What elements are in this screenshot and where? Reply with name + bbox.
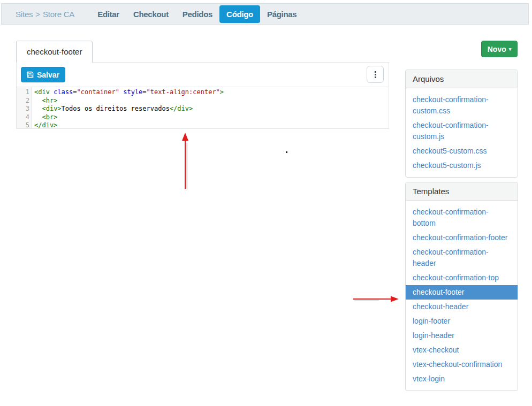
kebab-vertical-icon [375,71,376,78]
stray-dot [286,151,287,153]
nav-item-pedidos[interactable]: Pedidos [176,5,219,23]
template-link-vtex-login[interactable]: vtex-login [406,372,518,386]
new-button-label: Novo [488,45,506,53]
code-line[interactable]: <hr> [34,97,224,105]
vtex-cms-code-page: { "navbar": { "breadcrumb": { "sites": "… [0,0,532,406]
line-number: 3 [17,105,29,113]
file-link-checkout5-custom.css[interactable]: checkout5-custom.css [406,144,518,158]
editor-toolbar: Salvar [16,62,389,87]
templates-panel-title: Templates [406,182,518,201]
files-list: checkout-confirmation-custom.csscheckout… [406,88,518,177]
annotation-arrow-up-icon [179,132,192,194]
nav-item-editar[interactable]: Editar [90,5,126,23]
template-link-login-footer[interactable]: login-footer [406,314,518,328]
breadcrumb-store-link[interactable]: Store CA [43,10,74,19]
file-link-checkout-confirmation-custom.js[interactable]: checkout-confirmation-custom.js [406,118,518,144]
template-link-vtex-checkout-confirmation[interactable]: vtex-checkout-confirmation [406,357,518,372]
templates-list: checkout-confirmation-bottomcheckout-con… [406,201,518,390]
line-number: 4 [17,113,29,122]
file-link-checkout5-custom.js[interactable]: checkout5-custom.js [406,158,518,173]
code-line[interactable]: <div class="container" style="text-align… [34,88,224,97]
files-panel-title: Arquivos [406,70,518,88]
code-line[interactable]: </div> [34,121,224,128]
template-link-checkout-confirmation-top[interactable]: checkout-confirmation-top [406,271,518,285]
template-link-checkout-footer[interactable]: checkout-footer [406,285,518,300]
template-link-checkout-confirmation-header[interactable]: checkout-confirmation-header [406,245,518,271]
line-number: 1 [17,88,29,97]
line-number: 2 [17,97,29,105]
top-navbar: Sites>Store CA EditarCheckoutPedidosCódi… [1,3,529,25]
annotation-arrow-right-icon [352,294,399,307]
nav-item-checkout[interactable]: Checkout [126,5,176,23]
templates-panel: Templates checkout-confirmation-bottomch… [405,182,518,391]
nav-item-paginas[interactable]: Páginas [260,5,303,23]
code-editor[interactable]: 12345 <div class="container" style="text… [16,87,389,129]
breadcrumb-sites-link[interactable]: Sites [16,10,33,19]
template-link-checkout-header[interactable]: checkout-header [406,300,518,314]
editor-options-button[interactable] [367,66,384,83]
breadcrumb: Sites>Store CA [16,10,74,19]
code-editor-content[interactable]: <div class="container" style="text-align… [32,87,224,128]
save-button[interactable]: Salvar [21,67,65,82]
files-panel: Arquivos checkout-confirmation-custom.cs… [405,70,518,178]
navbar-items: EditarCheckoutPedidosCódigoPáginas [90,5,303,23]
file-link-checkout-confirmation-custom.css[interactable]: checkout-confirmation-custom.css [406,93,518,118]
nav-item-codigo[interactable]: Código [219,5,260,23]
template-link-vtex-checkout[interactable]: vtex-checkout [406,343,518,357]
template-link-checkout-confirmation-bottom[interactable]: checkout-confirmation-bottom [406,205,518,231]
template-link-login-header[interactable]: login-header [406,328,518,343]
breadcrumb-separator: > [35,10,40,19]
new-button[interactable]: Novo ▾ [481,41,518,57]
code-editor-gutter: 12345 [17,87,32,128]
code-line[interactable]: <div>Todos os direitos reservados</div> [34,105,224,113]
code-line[interactable]: <br> [34,113,224,122]
template-link-checkout-confirmation-footer[interactable]: checkout-confirmation-footer [406,231,518,245]
floppy-disk-icon [27,71,34,78]
editor-tab-label: checkout-footer [27,47,82,56]
chevron-down-icon: ▾ [509,47,512,52]
editor-tab-checkout-footer[interactable]: checkout-footer [16,41,93,63]
save-button-label: Salvar [37,71,59,79]
line-number: 5 [17,121,29,130]
